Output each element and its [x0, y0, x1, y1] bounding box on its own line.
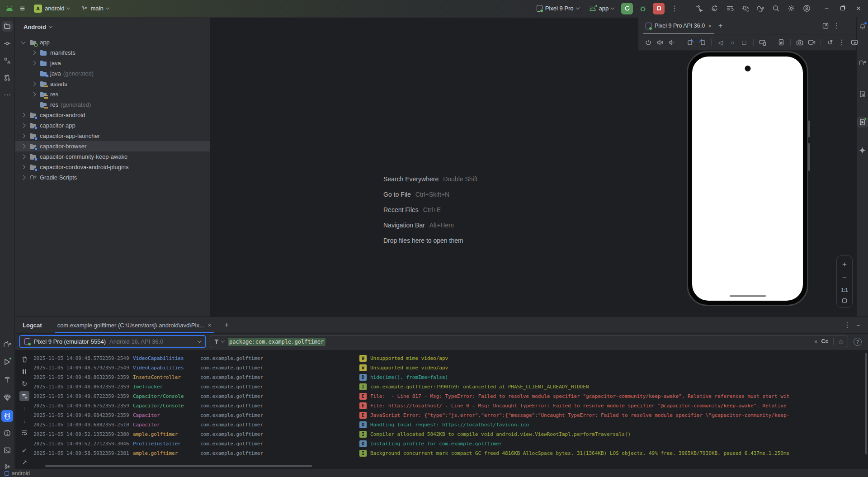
hide-logcat-icon[interactable]: − [853, 320, 863, 331]
device-mirror-icon[interactable] [693, 3, 704, 14]
chevron-collapsed-icon[interactable] [32, 61, 36, 66]
debug-button[interactable] [637, 3, 648, 14]
running-devices-tool-icon[interactable] [857, 117, 868, 128]
logcat-filter-query[interactable]: package:com.example.golftimer [228, 338, 326, 346]
build-tool-icon[interactable] [2, 374, 13, 385]
chevron-collapsed-icon[interactable] [21, 113, 26, 118]
clear-logcat-icon[interactable] [19, 354, 29, 364]
tree-item-java[interactable]: ✱java(generated) [15, 68, 210, 79]
hide-panel-icon[interactable]: − [842, 20, 853, 31]
chevron-collapsed-icon[interactable] [21, 144, 26, 149]
user-account-icon[interactable] [801, 3, 812, 14]
home-icon[interactable]: ○ [727, 37, 738, 48]
stop-button[interactable] [653, 3, 665, 14]
logcat-tool-icon[interactable] [1, 410, 13, 422]
device-settings-icon[interactable] [776, 37, 787, 48]
log-row[interactable]: 2025-11-05 14:09:48.5752359-2549VideoCap… [33, 354, 864, 363]
previous-occurrence-icon[interactable]: ↑ [19, 403, 29, 413]
display-mode-icon[interactable] [757, 37, 768, 48]
volume-down-icon[interactable] [666, 37, 677, 48]
zoom-out-icon[interactable]: − [842, 274, 847, 282]
chevron-collapsed-icon[interactable] [21, 165, 26, 170]
rotate-left-icon[interactable] [685, 37, 696, 48]
snapshot-icon[interactable]: ↺ [825, 37, 835, 48]
app-quality-insights-tool-icon[interactable] [2, 392, 13, 403]
log-row[interactable]: 2025-11-05 14:09:52.2712359-3046ProfileI… [33, 439, 864, 449]
tree-item-gradle-scripts[interactable]: Gradle Scripts [15, 172, 210, 183]
chevron-collapsed-icon[interactable] [21, 175, 26, 180]
tree-item-java[interactable]: java [15, 58, 210, 68]
tree-item-capacitor-app[interactable]: capacitor-app [15, 120, 210, 131]
logcat-output[interactable]: 2025-11-05 14:09:48.5752359-2549VideoCap… [33, 354, 864, 458]
emulator-more-icon[interactable]: ⋮ [836, 37, 847, 48]
tree-item-capacitor-app-launcher[interactable]: capacitor-app-launcher [15, 131, 210, 141]
problems-tool-icon[interactable] [2, 428, 13, 439]
tree-item-capacitor-cordova-android-plugins[interactable]: capacitor-cordova-android-plugins [15, 162, 210, 172]
open-in-window-icon[interactable] [820, 20, 831, 31]
more-tool-windows-icon[interactable]: ⋯ [2, 90, 13, 100]
run-configuration-selector[interactable]: app [586, 4, 617, 13]
settings-icon[interactable] [786, 3, 797, 14]
minimize-window-icon[interactable]: − [825, 5, 829, 12]
commit-tool-icon[interactable] [2, 38, 13, 49]
restore-window-icon[interactable] [840, 6, 844, 10]
new-logcat-tab-icon[interactable]: + [221, 320, 232, 331]
soft-wrap-icon[interactable] [19, 428, 29, 438]
gemini-icon[interactable] [857, 145, 868, 156]
logcat-device-selector[interactable]: Pixel 9 Pro (emulator-5554) Android 16, … [19, 335, 206, 348]
overview-icon[interactable]: □ [739, 37, 750, 48]
close-tab-icon[interactable]: × [708, 23, 712, 29]
panel-options-icon[interactable]: ⋮ [831, 20, 842, 31]
more-actions-icon[interactable]: ⋮ [669, 3, 680, 14]
logcat-help-icon[interactable]: ? [854, 338, 862, 346]
main-menu-icon[interactable]: ≡ [20, 4, 25, 13]
clear-filter-icon[interactable]: × [814, 339, 818, 345]
pause-logcat-icon[interactable] [19, 367, 29, 377]
tree-item-capacitor-browser[interactable]: capacitor-browser [15, 141, 210, 151]
tree-item-capacitor-android[interactable]: capacitor-android [15, 110, 210, 120]
chevron-collapsed-icon[interactable] [32, 92, 36, 97]
log-row[interactable]: 2025-11-05 14:09:52.1352359-2380ample.go… [33, 430, 864, 439]
rotate-right-icon[interactable] [697, 37, 708, 48]
volume-up-icon[interactable] [655, 37, 665, 48]
log-link[interactable]: https://localhost/ [388, 403, 442, 409]
chevron-collapsed-icon[interactable] [21, 123, 26, 128]
tree-item-assets[interactable]: assets [15, 79, 210, 89]
project-view-selector[interactable]: Android [15, 18, 210, 30]
pull-requests-tool-icon[interactable] [2, 72, 13, 83]
vcs-branch-widget[interactable]: main [79, 4, 111, 13]
tree-item-capacitor-community-keep-awake[interactable]: capacitor-community-keep-awake [15, 151, 210, 162]
device-tab[interactable]: Pixel 9 Pro API 36.0 × [642, 18, 715, 34]
log-row[interactable]: 2025-11-05 14:09:48.8632359-2359ImeTrack… [33, 382, 864, 392]
add-device-tab-icon[interactable]: + [715, 20, 726, 31]
chevron-collapsed-icon[interactable] [21, 134, 26, 138]
close-window-icon[interactable]: × [856, 5, 861, 12]
export-logs-icon[interactable]: ↗ [19, 457, 29, 467]
gradle-tool-icon[interactable] [2, 339, 13, 350]
run-tool-icon[interactable] [2, 356, 13, 367]
project-tool-icon[interactable] [2, 21, 13, 32]
logcat-tab[interactable]: com.example.golftimer (C:\Users\torsj\.a… [54, 317, 215, 333]
gradle-sync-icon[interactable] [755, 3, 766, 14]
log-row[interactable]: 2025-11-05 14:09:49.6722359-2359Capacito… [33, 392, 864, 401]
logcat-options-icon[interactable]: ⋮ [842, 320, 853, 331]
filter-funnel-icon[interactable] [214, 339, 224, 345]
log-link[interactable]: https://localhost/favicon.ico [442, 422, 529, 428]
profiler-icon[interactable] [724, 3, 735, 14]
notifications-icon[interactable] [857, 21, 868, 32]
screenshot-icon[interactable] [794, 37, 805, 48]
chevron-collapsed-icon[interactable] [32, 82, 36, 86]
horizontal-scrollbar[interactable] [45, 465, 312, 467]
zoom-in-icon[interactable]: + [842, 260, 847, 268]
screen-record-icon[interactable] [806, 37, 817, 48]
log-row[interactable]: 2025-11-05 14:09:58.5932359-2381ample.go… [33, 449, 864, 458]
restart-logcat-icon[interactable]: ↻ [19, 379, 29, 389]
zoom-ratio-label[interactable]: 1:1 [841, 288, 848, 293]
apply-changes-icon[interactable]: A [709, 3, 720, 14]
logcat-filter-field[interactable]: package:com.example.golftimer × Cc ☆ [210, 335, 848, 348]
tree-item-res[interactable]: res [15, 89, 210, 99]
log-row[interactable]: 2025-11-05 14:09:48.5792359-2549VideoCap… [33, 363, 864, 373]
search-everywhere-icon[interactable] [770, 3, 781, 14]
scroll-to-end-icon[interactable] [19, 391, 29, 401]
log-row[interactable]: 2025-11-05 14:09:49.6842359-2359Capacito… [33, 411, 864, 420]
